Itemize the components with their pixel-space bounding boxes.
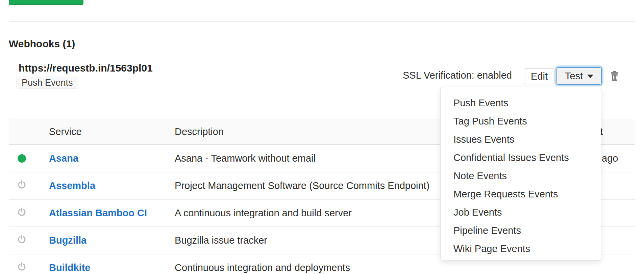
- service-description: Continuous integration and deployments: [175, 262, 566, 273]
- dropdown-item-note-events[interactable]: Note Events: [441, 167, 601, 185]
- trash-icon: [610, 77, 619, 82]
- service-column-header: Service: [49, 126, 175, 137]
- ssl-verification-status: SSL Verification: enabled: [403, 70, 512, 81]
- service-link[interactable]: Bugzilla: [49, 235, 86, 246]
- service-link[interactable]: Atlassian Bamboo CI: [49, 208, 147, 218]
- dropdown-item-confidential-issues-events[interactable]: Confidential Issues Events: [441, 148, 601, 167]
- power-icon: [18, 180, 26, 192]
- section-divider: [9, 21, 635, 22]
- webhook-url: https://requestb.in/1563pl01: [19, 63, 153, 74]
- test-button-label: Test: [565, 71, 583, 82]
- dropdown-item-push-events[interactable]: Push Events: [441, 94, 601, 112]
- delete-webhook-button[interactable]: [610, 71, 619, 81]
- dropdown-item-tag-push-events[interactable]: Tag Push Events: [441, 112, 601, 130]
- active-status-dot-icon: [18, 154, 26, 163]
- dropdown-item-pipeline-events[interactable]: Pipeline Events: [441, 221, 601, 240]
- power-icon: [18, 235, 26, 247]
- service-link[interactable]: Asana: [49, 153, 78, 164]
- add-webhook-button[interactable]: [9, 0, 83, 5]
- dropdown-item-merge-requests-events[interactable]: Merge Requests Events: [441, 185, 601, 203]
- edit-webhook-button[interactable]: Edit: [524, 68, 555, 84]
- webhooks-settings-page: Webhooks (1) https://requestb.in/1563pl0…: [0, 0, 644, 274]
- service-link[interactable]: Buildkite: [49, 262, 90, 273]
- service-link[interactable]: Assembla: [49, 180, 95, 191]
- chevron-down-icon: [587, 75, 593, 78]
- webhooks-section-title: Webhooks (1): [9, 38, 75, 50]
- push-events-badge: Push Events: [16, 77, 78, 89]
- test-events-dropdown-menu: Push Events Tag Push Events Issues Event…: [440, 87, 601, 261]
- power-icon: [18, 262, 26, 274]
- last-edit-cell: [566, 262, 635, 273]
- dropdown-item-wiki-page-events[interactable]: Wiki Page Events: [441, 240, 601, 258]
- dropdown-item-issues-events[interactable]: Issues Events: [441, 130, 601, 148]
- dropdown-item-job-events[interactable]: Job Events: [441, 203, 601, 221]
- power-icon: [18, 207, 26, 219]
- test-webhook-dropdown-button[interactable]: Test: [556, 67, 602, 85]
